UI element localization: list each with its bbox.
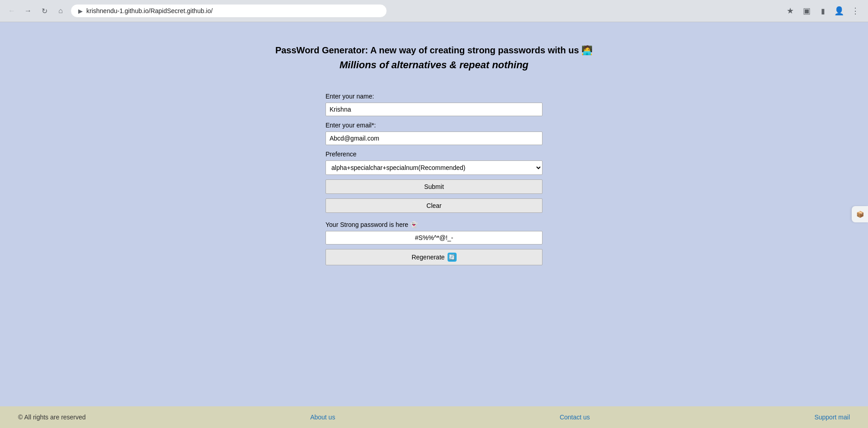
page-title: PassWord Generator: A new way of creatin…	[275, 45, 593, 56]
name-label: Enter your name:	[326, 93, 542, 100]
reload-button[interactable]: ↻	[38, 5, 51, 17]
forward-button[interactable]: →	[22, 5, 34, 17]
page-subtitle: Millions of alternatives & repeat nothin…	[340, 59, 528, 71]
browser-chrome: ← → ↻ ⌂ ▶ krishnendu-1.github.io/RapidSe…	[0, 0, 868, 22]
password-display: #S%%^*@!_-	[326, 231, 542, 245]
bookmark-button[interactable]: ★	[783, 4, 797, 18]
preference-select[interactable]: alpha+specialchar+specialnum(Recommended…	[326, 160, 542, 175]
footer-support-link[interactable]: Support mail	[814, 414, 850, 421]
side-widget[interactable]: 📦	[852, 206, 868, 222]
footer-copyright: © All rights are reserved	[18, 414, 86, 421]
name-input[interactable]	[326, 103, 542, 116]
regenerate-label: Regenerate	[411, 254, 444, 261]
menu-button[interactable]: ⋮	[848, 4, 863, 18]
regenerate-icon: 🔄	[448, 253, 457, 262]
side-panel-button[interactable]: ▮	[816, 4, 830, 18]
page-content: PassWord Generator: A new way of creatin…	[0, 22, 868, 406]
password-generator-form: Enter your name: Enter your email*: Pref…	[326, 89, 542, 265]
back-button[interactable]: ←	[5, 5, 18, 17]
browser-actions: ★ ▣ ▮ 👤 ⋮	[783, 4, 863, 18]
preference-label: Preference	[326, 151, 542, 158]
extensions-button[interactable]: ▣	[799, 4, 814, 18]
email-input[interactable]	[326, 132, 542, 145]
password-label: Your Strong password is here 👻	[326, 221, 542, 228]
footer-contact-link[interactable]: Contact us	[560, 414, 590, 421]
site-security-icon: ▶	[78, 8, 83, 14]
footer-about-link[interactable]: About us	[310, 414, 335, 421]
url-text: krishnendu-1.github.io/RapidSecret.githu…	[86, 7, 212, 14]
side-widget-icon: 📦	[856, 211, 864, 218]
home-button[interactable]: ⌂	[54, 5, 67, 17]
regenerate-button[interactable]: Regenerate 🔄	[326, 249, 542, 265]
submit-button[interactable]: Submit	[326, 179, 542, 194]
footer: © All rights are reserved About us Conta…	[0, 406, 868, 428]
profile-button[interactable]: 👤	[832, 4, 846, 18]
clear-button[interactable]: Clear	[326, 198, 542, 213]
address-bar[interactable]: ▶ krishnendu-1.github.io/RapidSecret.git…	[71, 4, 387, 18]
email-label: Enter your email*:	[326, 122, 542, 129]
